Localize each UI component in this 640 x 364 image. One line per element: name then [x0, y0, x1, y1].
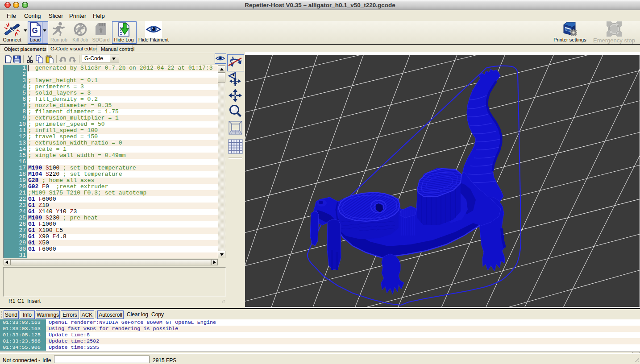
svg-text:G: G	[32, 26, 37, 35]
